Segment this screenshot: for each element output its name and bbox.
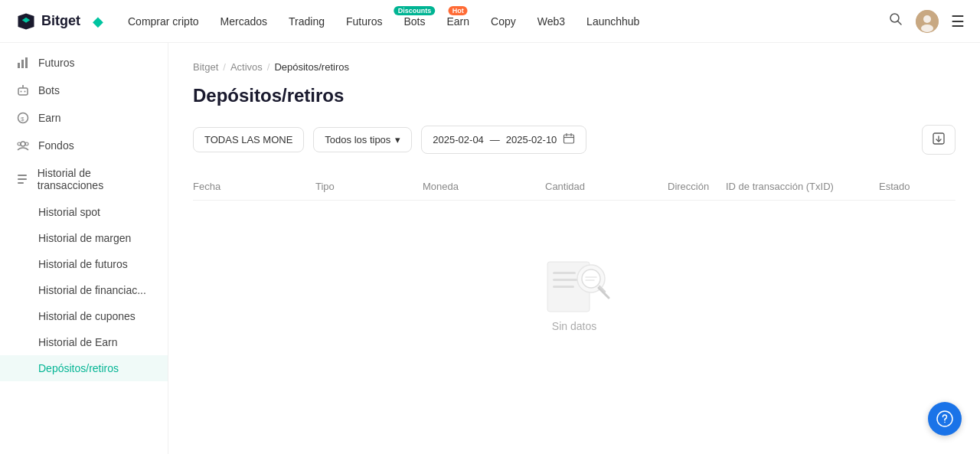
chevron-down-icon: ▾	[395, 134, 400, 145]
svg-point-38	[944, 422, 946, 423]
svg-text:$: $	[21, 116, 24, 122]
sidebar-bots-label: Bots	[38, 84, 60, 96]
svg-point-32	[582, 269, 600, 288]
sidebar-historial-label: Historial de transacciones	[38, 167, 152, 191]
export-button[interactable]	[922, 125, 956, 155]
type-filter-label: Todos los tipos	[325, 134, 390, 145]
sidebar-item-bots[interactable]: Bots	[0, 77, 168, 104]
type-filter-button[interactable]: Todos los tipos ▾	[313, 127, 412, 152]
nav-trading[interactable]: Trading	[279, 11, 334, 32]
sidebar-item-historial[interactable]: Historial de transacciones	[0, 159, 168, 199]
date-range-button[interactable]: 2025-02-04 — 2025-02-10	[421, 126, 586, 154]
earn-icon: $	[15, 112, 31, 124]
sidebar-item-historial-earn[interactable]: Historial de Earn	[0, 329, 168, 355]
col-txid: ID de transacción (TxID)	[726, 181, 879, 192]
calendar-icon	[563, 132, 575, 147]
logo-text: Bitget	[41, 13, 80, 29]
date-separator: —	[490, 134, 500, 145]
nav-mercados[interactable]: Mercados	[211, 11, 276, 32]
sidebar: Futuros Bots $ Earn	[0, 43, 168, 454]
bots-badge: Discounts	[394, 6, 436, 15]
sidebar-item-historial-futuros[interactable]: Historial de futuros	[0, 251, 168, 277]
main-content: Bitget / Activos / Depósitos/retiros Dep…	[168, 43, 980, 454]
empty-text: Sin datos	[552, 320, 596, 332]
page-title: Depósitos/retiros	[193, 85, 956, 106]
breadcrumb-bitget[interactable]: Bitget	[193, 61, 218, 73]
sidebar-item-depositos-retiros[interactable]: Depósitos/retiros	[0, 355, 168, 381]
logo[interactable]: Bitget	[15, 11, 80, 32]
nav-web3[interactable]: Web3	[528, 11, 574, 32]
sidebar-fondos-label: Fondos	[38, 139, 74, 152]
empty-state: Sin datos	[193, 201, 956, 378]
help-button[interactable]	[928, 402, 962, 436]
sidebar-item-fondos[interactable]: Fondos	[0, 132, 168, 159]
diamond-icon: ◆	[93, 13, 103, 30]
svg-rect-21	[564, 135, 574, 143]
nav-earn[interactable]: Hot Earn	[438, 11, 479, 32]
export-icon	[932, 132, 946, 148]
bot-icon	[15, 84, 31, 96]
top-navigation: Bitget ◆ Comprar cripto Mercados Trading…	[0, 0, 980, 43]
fondos-icon	[15, 139, 31, 152]
nav-futuros[interactable]: Futuros	[337, 11, 391, 32]
breadcrumb-current: Depósitos/retiros	[274, 61, 349, 73]
empty-icon	[536, 247, 612, 308]
svg-rect-28	[553, 272, 576, 274]
sidebar-item-futuros[interactable]: Futuros	[0, 49, 168, 77]
nav-launchhub[interactable]: Launchhub	[577, 11, 648, 32]
sidebar-earn-label: Earn	[38, 112, 61, 124]
breadcrumb-activos[interactable]: Activos	[230, 61, 263, 73]
svg-point-10	[24, 91, 26, 93]
currency-filter-label: TODAS LAS MONE	[204, 134, 292, 145]
breadcrumb: Bitget / Activos / Depósitos/retiros	[193, 61, 956, 73]
svg-line-1	[898, 21, 902, 25]
earn-badge: Hot	[449, 6, 468, 15]
date-to: 2025-02-10	[506, 134, 557, 145]
col-fecha: Fecha	[193, 181, 315, 192]
col-tipo: Tipo	[315, 181, 423, 192]
svg-rect-7	[25, 57, 28, 68]
history-icon	[15, 173, 30, 185]
page-layout: Futuros Bots $ Earn	[0, 43, 980, 454]
svg-rect-19	[18, 178, 27, 180]
filters-bar: TODAS LAS MONE Todos los tipos ▾ 2025-02…	[193, 125, 956, 155]
col-cantidad: Cantidad	[545, 181, 668, 192]
svg-rect-30	[553, 286, 574, 288]
sidebar-item-earn[interactable]: $ Earn	[0, 104, 168, 132]
svg-point-3	[923, 15, 931, 23]
sidebar-item-historial-financiac[interactable]: Historial de financiac...	[0, 277, 168, 303]
svg-point-12	[22, 85, 24, 87]
svg-point-15	[21, 142, 25, 146]
chart-icon	[15, 57, 31, 69]
svg-rect-6	[21, 60, 24, 68]
svg-rect-18	[18, 175, 27, 176]
svg-point-9	[21, 91, 22, 93]
date-from: 2025-02-04	[433, 134, 484, 145]
sidebar-item-historial-spot[interactable]: Historial spot	[0, 199, 168, 225]
svg-rect-5	[18, 63, 20, 68]
svg-point-16	[25, 142, 28, 145]
svg-point-4	[921, 24, 933, 32]
col-moneda: Moneda	[423, 181, 545, 192]
nav-right: ☰	[888, 10, 965, 33]
search-button[interactable]	[888, 11, 903, 31]
breadcrumb-sep-1: /	[223, 61, 226, 73]
nav-items: Comprar cripto Mercados Trading Futuros …	[119, 11, 888, 32]
currency-filter-button[interactable]: TODAS LAS MONE	[193, 127, 304, 152]
user-avatar[interactable]	[916, 10, 939, 33]
sidebar-item-historial-cupones[interactable]: Historial de cupones	[0, 303, 168, 329]
menu-button[interactable]: ☰	[951, 12, 965, 31]
nav-bots[interactable]: Discounts Bots	[394, 11, 434, 32]
sidebar-futuros-label: Futuros	[38, 57, 74, 69]
nav-comprar-cripto[interactable]: Comprar cripto	[119, 11, 208, 32]
col-estado: Estado	[879, 181, 956, 192]
sidebar-item-historial-margen[interactable]: Historial de margen	[0, 225, 168, 251]
col-direccion: Dirección	[668, 181, 726, 192]
svg-rect-20	[18, 182, 24, 184]
nav-copy[interactable]: Copy	[482, 11, 525, 32]
svg-rect-8	[18, 88, 28, 95]
table-header: Fecha Tipo Moneda Cantidad Dirección ID …	[193, 173, 956, 201]
breadcrumb-sep-2: /	[267, 61, 270, 73]
